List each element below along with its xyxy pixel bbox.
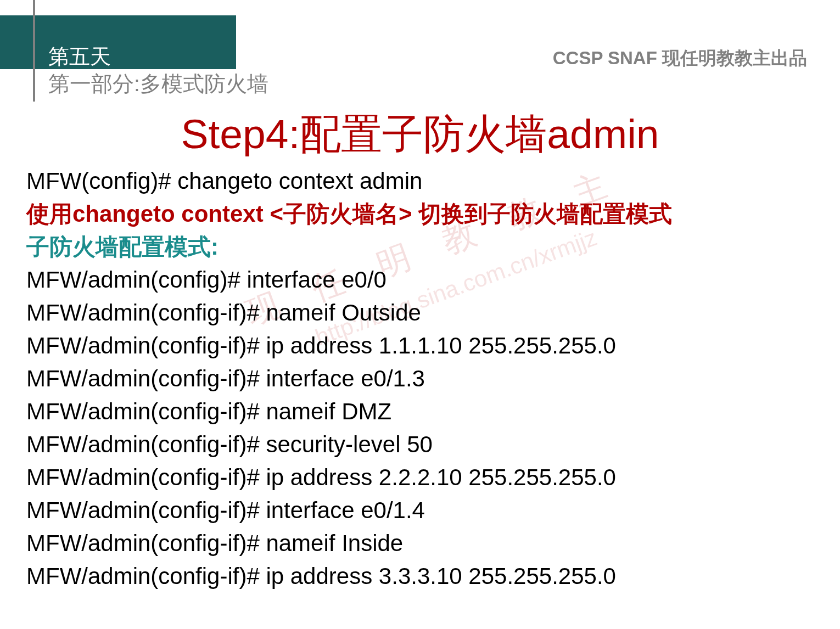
- content-line: MFW/admin(config-if)# nameif Inside: [26, 527, 814, 560]
- content-line: MFW/admin(config-if)# interface e0/1.4: [26, 494, 814, 527]
- content-line: MFW/admin(config-if)# interface e0/1.3: [26, 362, 814, 395]
- header-day-box: [0, 15, 236, 69]
- content-line: MFW/admin(config)# interface e0/0: [26, 263, 814, 296]
- header-section: 第一部分:多模式防火墙: [48, 69, 268, 99]
- content-line: MFW/admin(config-if)# ip address 2.2.2.1…: [26, 461, 814, 494]
- content-line: MFW/admin(config-if)# nameif DMZ: [26, 395, 814, 428]
- content-line: MFW/admin(config-if)# nameif Outside: [26, 296, 814, 329]
- content-line: MFW/admin(config-if)# ip address 1.1.1.1…: [26, 329, 814, 362]
- content-line: MFW/admin(config-if)# security-level 50: [26, 428, 814, 461]
- content-line: MFW/admin(config-if)# ip address 3.3.3.1…: [26, 560, 814, 593]
- slide-title: Step4:配置子防火墙admin: [0, 107, 840, 162]
- header-vertical-line: [33, 0, 35, 102]
- header-source: CCSP SNAF 现任明教教主出品: [553, 46, 807, 71]
- header-day: 第五天: [48, 43, 111, 71]
- content-line: 子防火墙配置模式:: [26, 231, 814, 263]
- content-line: 使用changeto context <子防火墙名> 切换到子防火墙配置模式: [26, 198, 814, 231]
- content-line: MFW(config)# changeto context admin: [26, 165, 814, 198]
- slide-content: MFW(config)# changeto context admin使用cha…: [26, 165, 814, 593]
